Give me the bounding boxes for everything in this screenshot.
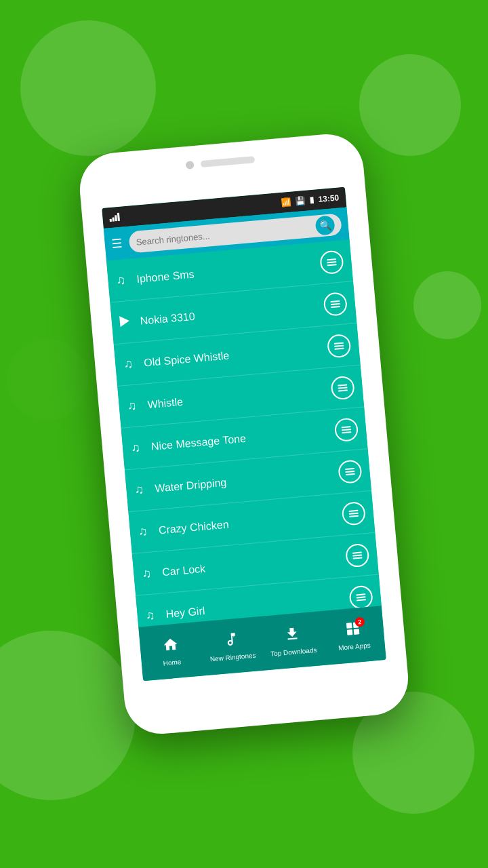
- ringtone-menu-btn-5[interactable]: [334, 417, 359, 442]
- svg-rect-4: [354, 629, 360, 635]
- search-input[interactable]: [136, 221, 316, 247]
- wifi-icon: 📶: [281, 197, 291, 208]
- ringtone-menu-btn-1[interactable]: [319, 250, 344, 275]
- phone-shell: 📶 💾 ▮ 13:50 ☰ 🔍 ♫: [77, 131, 411, 736]
- music-note-icon-1: ♫: [116, 272, 138, 288]
- phone-top-area: [186, 155, 256, 170]
- new-ringtones-icon: +: [222, 631, 241, 652]
- ringtone-menu-btn-7[interactable]: [341, 500, 366, 526]
- battery-icon: ▮: [309, 195, 314, 205]
- svg-text:+: +: [231, 631, 236, 639]
- play-icon-2: [119, 314, 141, 330]
- nav-item-more-apps[interactable]: 2 More Apps: [321, 606, 386, 665]
- ringtone-name-1: Iphone Sms: [136, 257, 321, 285]
- nav-label-new-ringtones: New Ringtones: [209, 652, 256, 663]
- ringtone-menu-btn-8[interactable]: [345, 542, 370, 568]
- search-icon: 🔍: [319, 220, 331, 231]
- phone-speaker: [201, 156, 256, 167]
- nav-item-top-downloads[interactable]: Top Downloads: [260, 611, 326, 671]
- music-note-icon-3: ♫: [123, 356, 144, 372]
- ringtone-menu-btn-6[interactable]: [338, 459, 363, 484]
- ringtone-menu-btn-4[interactable]: [330, 375, 355, 400]
- svg-rect-3: [347, 629, 353, 635]
- more-apps-badge: 2: [354, 617, 365, 627]
- ringtone-name-3: Old Spice Whistle: [143, 340, 328, 369]
- status-left: [109, 213, 120, 222]
- ringtone-list: ♫ Iphone Sms Nokia 3310 ♫: [106, 239, 382, 627]
- ringtone-name-6: Water Dripping: [155, 467, 340, 495]
- home-icon: [162, 636, 180, 658]
- ringtone-name-4: Whistle: [147, 382, 332, 411]
- ringtone-name-5: Nice Message Tone: [150, 425, 336, 453]
- music-note-icon-8: ♫: [142, 565, 163, 581]
- phone-camera: [186, 161, 195, 170]
- ringtone-menu-btn-9[interactable]: [348, 585, 373, 610]
- nav-label-top-downloads: Top Downloads: [270, 646, 317, 658]
- ringtone-menu-btn-2[interactable]: [323, 292, 348, 317]
- svg-rect-1: [346, 623, 352, 629]
- music-note-icon-7: ♫: [138, 524, 159, 540]
- nav-label-more-apps: More Apps: [338, 642, 371, 652]
- signal-icon: [109, 213, 120, 222]
- top-downloads-icon: [283, 625, 302, 647]
- music-note-icon-6: ♫: [134, 481, 156, 498]
- music-note-icon-4: ♫: [127, 397, 148, 414]
- status-right: 📶 💾 ▮ 13:50: [281, 193, 340, 207]
- ringtone-name-8: Car Lock: [162, 550, 347, 578]
- status-time: 13:50: [318, 193, 340, 204]
- hamburger-menu-icon[interactable]: ☰: [111, 236, 123, 252]
- nav-label-home: Home: [163, 658, 182, 667]
- search-button[interactable]: 🔍: [314, 215, 335, 235]
- nav-item-home[interactable]: Home: [138, 622, 204, 682]
- ringtone-name-2: Nokia 3310: [140, 299, 325, 328]
- more-apps-icon: 2: [344, 620, 363, 642]
- nav-item-new-ringtones[interactable]: + New Ringtones: [199, 616, 265, 676]
- sd-card-icon: 💾: [295, 196, 306, 206]
- music-note-icon-5: ♫: [130, 439, 152, 456]
- ringtone-name-7: Crazy Chicken: [158, 508, 343, 536]
- music-note-icon-9: ♫: [145, 607, 167, 623]
- ringtone-menu-btn-3[interactable]: [327, 333, 352, 358]
- phone-screen: 📶 💾 ▮ 13:50 ☰ 🔍 ♫: [102, 187, 386, 682]
